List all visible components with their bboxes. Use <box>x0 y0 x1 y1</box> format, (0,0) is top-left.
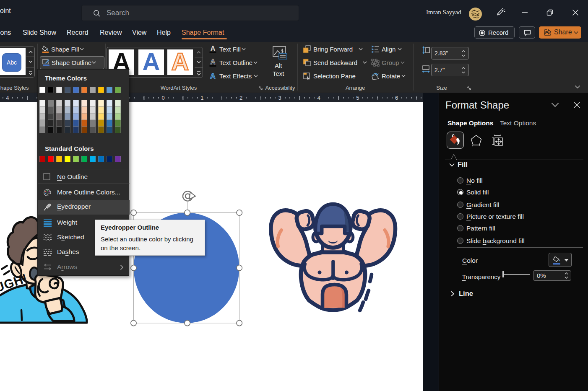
svg-text:A: A <box>211 58 216 65</box>
svg-text:A: A <box>211 45 216 52</box>
svg-text:A: A <box>210 72 215 80</box>
